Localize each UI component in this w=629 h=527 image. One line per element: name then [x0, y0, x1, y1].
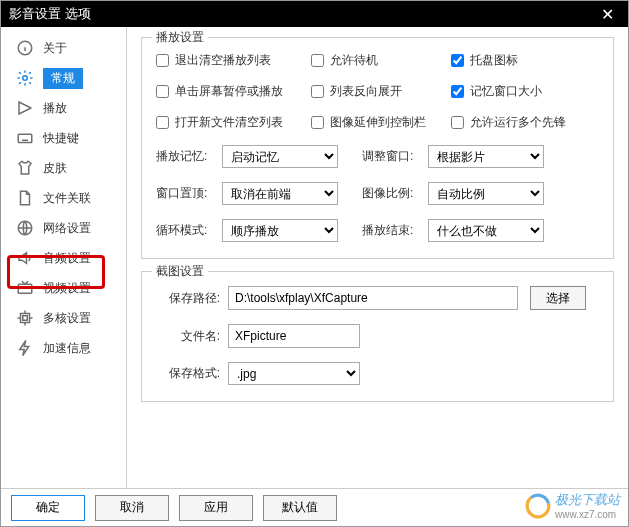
sidebar-item-video[interactable]: 视频设置: [1, 273, 126, 303]
window-title: 影音设置 选项: [9, 5, 595, 23]
checkbox-click-pause[interactable]: [156, 85, 169, 98]
checkbox-label: 打开新文件清空列表: [175, 114, 283, 131]
default-button[interactable]: 默认值: [263, 495, 337, 521]
checkbox-open-clear[interactable]: [156, 116, 169, 129]
svg-rect-12: [23, 316, 28, 321]
checkbox-label: 单击屏幕暂停或播放: [175, 83, 283, 100]
checkbox-label: 退出清空播放列表: [175, 52, 271, 69]
screenshot-settings-group: 截图设置 保存路径: 选择 文件名: 保存格式: .jpg: [141, 271, 614, 402]
select-label: 图像比例:: [362, 185, 428, 202]
cancel-button[interactable]: 取消: [95, 495, 169, 521]
checkbox-label: 允许运行多个先锋: [470, 114, 566, 131]
sidebar-item-skin[interactable]: 皮肤: [1, 153, 126, 183]
checkbox-allow-multi[interactable]: [451, 116, 464, 129]
select-label: 播放结束:: [362, 222, 428, 239]
select-label: 播放记忆:: [156, 148, 222, 165]
svg-rect-10: [18, 284, 32, 293]
file-icon: [15, 188, 35, 208]
select-adjust-window[interactable]: 根据影片: [428, 145, 544, 168]
keyboard-icon: [15, 128, 35, 148]
sidebar-item-general[interactable]: 常规: [1, 63, 126, 93]
sidebar-item-label: 多核设置: [43, 310, 91, 327]
checkbox-list-reverse[interactable]: [311, 85, 324, 98]
tv-icon: [15, 278, 35, 298]
group-title: 播放设置: [152, 29, 208, 46]
checkbox-label: 允许待机: [330, 52, 378, 69]
group-title: 截图设置: [152, 263, 208, 280]
sidebar-item-label: 音频设置: [43, 250, 91, 267]
select-play-end[interactable]: 什么也不做: [428, 219, 544, 242]
filename-input[interactable]: [228, 324, 360, 348]
save-path-input[interactable]: [228, 286, 518, 310]
select-format[interactable]: .jpg: [228, 362, 360, 385]
checkbox-label: 记忆窗口大小: [470, 83, 542, 100]
svg-rect-11: [21, 314, 30, 323]
content-panel: 播放设置 退出清空播放列表 允许待机 托盘图标: [127, 27, 628, 488]
sidebar-item-audio[interactable]: 音频设置: [1, 243, 126, 273]
checkbox-tray-icon[interactable]: [451, 54, 464, 67]
sidebar-item-playback[interactable]: 播放: [1, 93, 126, 123]
gear-icon: [15, 68, 35, 88]
select-play-memory[interactable]: 启动记忆: [222, 145, 338, 168]
tshirt-icon: [15, 158, 35, 178]
select-label: 调整窗口:: [362, 148, 428, 165]
sidebar-item-label: 视频设置: [43, 280, 91, 297]
svg-point-3: [23, 76, 28, 81]
sidebar-item-label: 播放: [43, 100, 67, 117]
apply-button[interactable]: 应用: [179, 495, 253, 521]
select-label: 窗口置顶:: [156, 185, 222, 202]
select-window-top[interactable]: 取消在前端: [222, 182, 338, 205]
sidebar-item-label: 加速信息: [43, 340, 91, 357]
checkbox-label: 托盘图标: [470, 52, 518, 69]
field-label: 保存格式:: [156, 365, 228, 382]
svg-rect-4: [18, 134, 32, 142]
sidebar-item-network[interactable]: 网络设置: [1, 213, 126, 243]
play-icon: [15, 98, 35, 118]
sidebar-item-label: 常规: [43, 68, 83, 89]
checkbox-label: 列表反向展开: [330, 83, 402, 100]
speaker-icon: [15, 248, 35, 268]
field-label: 文件名:: [156, 328, 228, 345]
bolt-icon: [15, 338, 35, 358]
sidebar-item-label: 关于: [43, 40, 67, 57]
field-label: 保存路径:: [156, 290, 228, 307]
checkbox-label: 图像延伸到控制栏: [330, 114, 426, 131]
select-loop-mode[interactable]: 顺序播放: [222, 219, 338, 242]
sidebar-item-about[interactable]: 关于: [1, 33, 126, 63]
checkbox-clear-on-exit[interactable]: [156, 54, 169, 67]
sidebar-item-label: 皮肤: [43, 160, 67, 177]
sidebar-item-hotkeys[interactable]: 快捷键: [1, 123, 126, 153]
titlebar: 影音设置 选项 ✕: [1, 1, 628, 27]
globe-icon: [15, 218, 35, 238]
cpu-icon: [15, 308, 35, 328]
info-icon: [15, 38, 35, 58]
sidebar: 关于 常规 播放 快捷键: [1, 27, 127, 488]
checkbox-extend-controls[interactable]: [311, 116, 324, 129]
sidebar-item-label: 快捷键: [43, 130, 79, 147]
select-image-ratio[interactable]: 自动比例: [428, 182, 544, 205]
close-icon[interactable]: ✕: [595, 5, 620, 24]
checkbox-remember-size[interactable]: [451, 85, 464, 98]
sidebar-item-multicore[interactable]: 多核设置: [1, 303, 126, 333]
playback-settings-group: 播放设置 退出清空播放列表 允许待机 托盘图标: [141, 37, 614, 259]
footer: 确定 取消 应用 默认值: [1, 488, 628, 526]
select-label: 循环模式:: [156, 222, 222, 239]
browse-button[interactable]: 选择: [530, 286, 586, 310]
checkbox-allow-standby[interactable]: [311, 54, 324, 67]
sidebar-item-file-assoc[interactable]: 文件关联: [1, 183, 126, 213]
sidebar-item-label: 网络设置: [43, 220, 91, 237]
sidebar-item-label: 文件关联: [43, 190, 91, 207]
ok-button[interactable]: 确定: [11, 495, 85, 521]
sidebar-item-accel[interactable]: 加速信息: [1, 333, 126, 363]
